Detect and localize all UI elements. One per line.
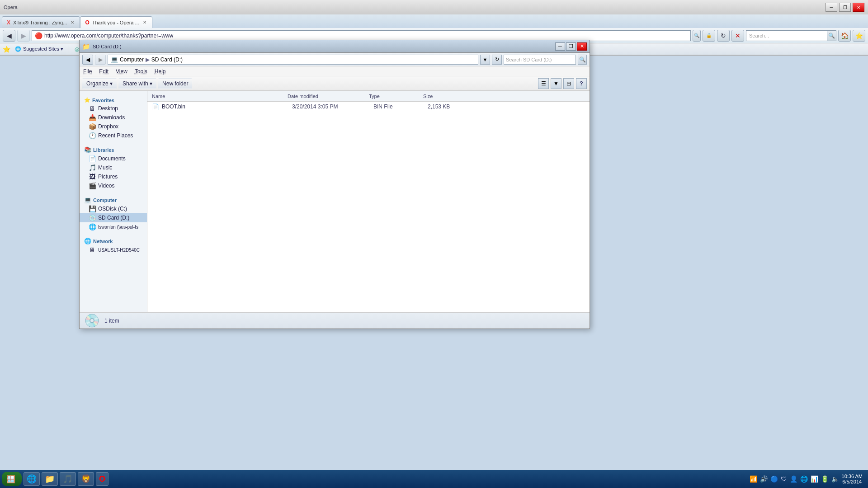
sidebar-item-downloads[interactable]: 📥 Downloads: [80, 113, 147, 122]
explorer-back-button[interactable]: ◀: [82, 55, 93, 65]
security-button[interactable]: 🔒: [703, 30, 715, 42]
explorer-win-controls: ─ ❐ ✕: [555, 42, 587, 51]
network-computer-label: USAUSLT-H2D540C: [98, 248, 140, 253]
taskbar: 🪟 🌐 📁 🎵 🦁 O 📶 🔊 🔵 🛡 👤 🌐 📊 🔋 🔈 10:36 AM 6…: [0, 470, 868, 488]
restore-button[interactable]: ❐: [839, 3, 851, 12]
stop-button[interactable]: ✕: [731, 30, 744, 42]
reload-button[interactable]: ↻: [717, 30, 730, 42]
music-icon: 🎵: [89, 164, 96, 171]
taskbar-opera-button[interactable]: O: [96, 472, 108, 486]
minimize-button[interactable]: ─: [826, 3, 837, 12]
menu-edit[interactable]: Edit: [99, 68, 108, 75]
network-tray-icon[interactable]: 📶: [750, 475, 757, 483]
sidebar-item-recent-places[interactable]: 🕐 Recent Places: [80, 131, 147, 140]
downloads-icon: 📥: [89, 114, 96, 121]
start-icon: 🪟: [6, 475, 15, 483]
back-button[interactable]: ◀: [3, 30, 15, 42]
breadcrumb[interactable]: 💻 Computer ▶ SD Card (D:): [108, 55, 478, 65]
sidebar-item-network-share[interactable]: 🌐 lswanlan (\\us-pul-fs: [80, 222, 147, 231]
browser-title-label: Opera: [4, 5, 18, 10]
title-bar: Opera ─ ❐ ✕: [0, 0, 868, 14]
sidebar-item-music[interactable]: 🎵 Music: [80, 163, 147, 172]
home-button[interactable]: 🏠: [838, 30, 851, 42]
explorer-nav-bar: ◀ ▶ 💻 Computer ▶ SD Card (D:) ▼ ↻ Search…: [80, 53, 590, 66]
favorites-button[interactable]: ⭐: [853, 30, 865, 42]
explorer-close-button[interactable]: ✕: [577, 42, 587, 51]
explorer-titlebar: 📁 SD Card (D:) ─ ❐ ✕: [80, 40, 590, 53]
bluetooth-tray-icon[interactable]: 🔵: [770, 475, 778, 483]
start-button[interactable]: 🪟: [2, 472, 22, 486]
battery-tray-icon[interactable]: 🔋: [821, 475, 829, 483]
explorer-forward-button[interactable]: ▶: [95, 55, 106, 65]
search-address-button[interactable]: 🔍: [693, 30, 701, 42]
sidebar-item-osdisk[interactable]: 💾 OSDisk (C:): [80, 204, 147, 213]
close-button[interactable]: ✕: [853, 3, 864, 12]
menu-file[interactable]: File: [83, 68, 92, 75]
column-date-header[interactable]: Date modified: [288, 94, 369, 99]
taskbar-folder-button[interactable]: 📁: [42, 472, 58, 486]
explorer-folder-icon: 📁: [82, 43, 90, 50]
column-name-header[interactable]: Name: [152, 94, 288, 99]
tab-xilinx[interactable]: X Xilinx® Training : Zynq... ✕: [2, 16, 80, 28]
signal-tray-icon[interactable]: 📊: [811, 475, 818, 483]
libraries-label: Libraries: [93, 147, 114, 153]
tab-opera[interactable]: O Thank you - Opera ... ✕: [80, 16, 152, 28]
breadcrumb-computer: Computer: [120, 56, 144, 63]
sidebar-item-desktop[interactable]: 🖥 Desktop: [80, 104, 147, 113]
explorer-body: ⭐ Favorites 🖥 Desktop 📥 Downloads 📦 Drop…: [80, 91, 590, 312]
taskbar-media-button[interactable]: 🎵: [60, 472, 76, 486]
explorer-dropdown-button[interactable]: ▼: [480, 55, 490, 65]
window-controls: ─ ❐ ✕: [826, 3, 864, 12]
menu-help[interactable]: Help: [155, 68, 166, 75]
forward-button[interactable]: ▶: [17, 30, 30, 42]
suggested-sites-bookmark[interactable]: 🌐 Suggested Sites ▾: [15, 46, 63, 52]
menu-tools[interactable]: Tools: [135, 68, 147, 75]
system-clock[interactable]: 10:36 AM 6/5/2014: [842, 474, 863, 484]
menu-view[interactable]: View: [116, 68, 127, 75]
sidebar-item-pictures[interactable]: 🖼 Pictures: [80, 172, 147, 181]
new-folder-button[interactable]: New folder: [158, 78, 192, 89]
table-row[interactable]: 📄 BOOT.bin 3/20/2014 3:05 PM BIN File 2,…: [147, 102, 590, 112]
user-tray-icon[interactable]: 👤: [790, 475, 797, 483]
organize-button[interactable]: Organize ▾: [82, 78, 117, 89]
taskbar-app4-button[interactable]: 🦁: [78, 472, 94, 486]
sidebar-item-computer-network[interactable]: 🖥 USAUSLT-H2D540C: [80, 245, 147, 254]
sidebar-item-dropbox[interactable]: 📦 Dropbox: [80, 122, 147, 131]
sidebar-item-documents[interactable]: 📄 Documents: [80, 154, 147, 163]
column-type-header[interactable]: Type: [369, 94, 423, 99]
browser-search-input[interactable]: Search...: [746, 30, 827, 41]
sidebar-network-section: 🌐 Network: [80, 235, 147, 245]
lang-tray-icon[interactable]: 🌐: [800, 475, 808, 483]
sdcard-icon: 💿: [89, 214, 96, 221]
sidebar-item-sdcard[interactable]: 💿 SD Card (D:): [80, 213, 147, 222]
address-bar[interactable]: 🔴 http://www.opera.com/computer/thanks?p…: [32, 30, 691, 41]
computer-label: Computer: [93, 197, 117, 203]
security-tray-icon[interactable]: 🛡: [781, 475, 787, 483]
help-button[interactable]: ?: [576, 78, 587, 89]
volume-tray-icon[interactable]: 🔊: [760, 475, 768, 483]
details-pane-button[interactable]: ⊟: [563, 78, 574, 89]
sidebar-item-videos[interactable]: 🎬 Videos: [80, 181, 147, 190]
taskbar-ie-button[interactable]: 🌐: [24, 472, 40, 486]
tab-xilinx-close[interactable]: ✕: [70, 20, 75, 25]
view-options-button[interactable]: ▼: [551, 78, 561, 89]
explorer-search-button[interactable]: 🔍: [578, 55, 587, 65]
explorer-minimize-button[interactable]: ─: [555, 42, 565, 51]
column-size-header[interactable]: Size: [423, 94, 468, 99]
explorer-search-input[interactable]: Search SD Card (D:): [504, 55, 576, 65]
sidebar-favorites-section: ⭐ Favorites: [80, 94, 147, 104]
tab-opera-close[interactable]: ✕: [142, 20, 147, 25]
explorer-refresh-button[interactable]: ↻: [492, 55, 502, 65]
tab-opera-label: Thank you - Opera ...: [92, 20, 139, 25]
address-text: http://www.opera.com/computer/thanks?par…: [44, 33, 173, 39]
media-icon: 🎵: [63, 474, 73, 484]
volume2-tray-icon[interactable]: 🔈: [831, 475, 839, 483]
documents-icon: 📄: [89, 155, 96, 162]
breadcrumb-folder-icon: 💻: [111, 56, 118, 63]
explorer-restore-button[interactable]: ❐: [566, 42, 576, 51]
search-submit-button[interactable]: 🔍: [827, 30, 836, 41]
list-view-button[interactable]: ☰: [538, 78, 549, 89]
explorer-title: SD Card (D:): [93, 44, 555, 49]
share-with-button[interactable]: Share with ▾: [118, 78, 156, 89]
network-label: Network: [93, 239, 113, 244]
